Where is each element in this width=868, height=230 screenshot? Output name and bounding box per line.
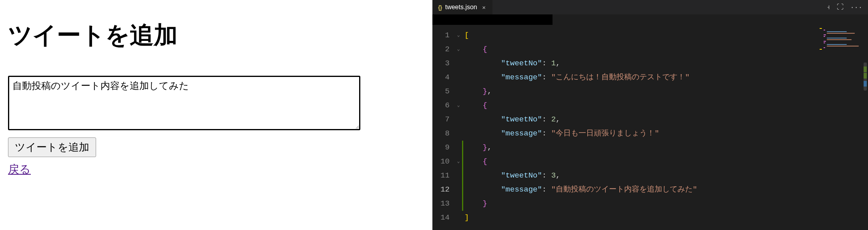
tab-tweets-json[interactable]: {} tweets.json × [432, 0, 492, 14]
line-number-gutter: 1234567891011121314 [432, 25, 455, 230]
minimap[interactable] [817, 25, 861, 230]
line-number: 8 [432, 127, 455, 141]
toggle-layout-icon[interactable]: ⛶ [837, 3, 844, 11]
code-line[interactable]: { [464, 42, 868, 56]
line-number: 7 [432, 113, 455, 127]
fold-chevron-icon[interactable]: ⌄ [457, 99, 460, 113]
bracket-open: [ [464, 31, 469, 40]
line-number: 9 [432, 141, 455, 155]
line-number: 6 [432, 99, 455, 113]
token: , [556, 171, 560, 180]
bracket-close: ] [464, 213, 469, 222]
json-key: "tweetNo" [501, 59, 542, 68]
token: : [542, 59, 551, 68]
tweet-textarea[interactable] [8, 76, 360, 130]
webform-pane: ツイートを追加 ツイートを追加 戻る [0, 0, 432, 230]
json-number: 2 [551, 115, 556, 124]
line-number: 14 [432, 211, 455, 225]
editor-body[interactable]: 1234567891011121314 ⌄⌄⌄⌄ [ { "tweetNo": … [432, 25, 868, 230]
code-line[interactable]: [ [464, 28, 868, 42]
scrollbar-thumb[interactable] [864, 63, 867, 91]
add-tweet-button[interactable]: ツイートを追加 [8, 137, 96, 157]
token: : [542, 185, 551, 194]
editor-actions: ⫞ ⛶ ··· [827, 0, 868, 14]
code-line[interactable]: "tweetNo": 2, [464, 113, 868, 127]
code-line[interactable]: }, [464, 85, 868, 99]
vscode-pane: {} tweets.json × ⫞ ⛶ ··· 123456789101112… [432, 0, 868, 230]
code-line[interactable]: { [464, 155, 868, 169]
code-line[interactable]: "message": "自動投稿のツイート内容を追加してみた" [464, 183, 868, 197]
token: , [487, 87, 492, 96]
code-line[interactable]: }, [464, 141, 868, 155]
line-number: 2 [432, 42, 455, 56]
code-area[interactable]: [ { "tweetNo": 1, "message": "こんにちは！自動投稿… [462, 25, 868, 230]
token: : [542, 73, 551, 82]
code-line[interactable]: "tweetNo": 3, [464, 169, 868, 183]
code-line[interactable]: "message": "こんにちは！自動投稿のテストです！" [464, 71, 868, 85]
json-key: "message" [501, 185, 542, 194]
token: , [487, 143, 492, 152]
brace-open: { [483, 45, 487, 54]
brace-open: { [483, 157, 487, 166]
code-line[interactable]: "tweetNo": 1, [464, 56, 868, 71]
json-key: "message" [501, 73, 542, 82]
tab-close-button[interactable]: × [480, 4, 488, 11]
line-number: 12 [432, 183, 455, 197]
brace-open: { [483, 101, 487, 110]
fold-chevron-icon[interactable]: ⌄ [457, 155, 460, 169]
json-key: "tweetNo" [501, 171, 542, 180]
line-number: 4 [432, 71, 455, 85]
fold-chevron-icon[interactable]: ⌄ [457, 28, 460, 42]
fold-chevron-icon[interactable]: ⌄ [457, 42, 460, 56]
token: : [542, 115, 551, 124]
breadcrumb-redacted [432, 14, 553, 25]
json-string: "こんにちは！自動投稿のテストです！" [551, 73, 690, 82]
vertical-scrollbar[interactable] [862, 25, 868, 230]
code-line[interactable]: { [464, 99, 868, 113]
json-string: "今日も一日頑張りましょう！" [551, 129, 659, 138]
code-line[interactable]: "message": "今日も一日頑張りましょう！" [464, 127, 868, 141]
line-number: 10 [432, 155, 455, 169]
line-number: 11 [432, 169, 455, 183]
token: , [556, 115, 560, 124]
tab-bar: {} tweets.json × ⫞ ⛶ ··· [432, 0, 868, 14]
json-number: 1 [551, 59, 556, 68]
json-key: "tweetNo" [501, 115, 542, 124]
line-number: 3 [432, 56, 455, 71]
tab-filename: tweets.json [445, 4, 477, 11]
json-file-icon: {} [438, 4, 442, 11]
page-title: ツイートを追加 [8, 19, 424, 52]
line-number: 1 [432, 28, 455, 42]
root: ツイートを追加 ツイートを追加 戻る {} tweets.json × ⫞ ⛶ … [0, 0, 868, 230]
split-editor-icon[interactable]: ⫞ [827, 3, 830, 11]
token: : [542, 171, 551, 180]
brace-close: } [483, 199, 487, 208]
line-number: 5 [432, 85, 455, 99]
brace-close: } [483, 87, 487, 96]
json-number: 3 [551, 171, 556, 180]
fold-gutter: ⌄⌄⌄⌄ [455, 25, 462, 230]
brace-close: } [483, 143, 487, 152]
json-string: "自動投稿のツイート内容を追加してみた" [551, 185, 697, 194]
code-line[interactable]: ] [464, 211, 868, 225]
code-line[interactable]: } [464, 197, 868, 211]
line-number: 13 [432, 197, 455, 211]
back-link[interactable]: 戻る [8, 162, 31, 177]
json-key: "message" [501, 129, 542, 138]
more-actions-icon[interactable]: ··· [850, 4, 862, 11]
token: , [556, 59, 560, 68]
token: : [542, 129, 551, 138]
breadcrumb-bar [432, 14, 868, 25]
